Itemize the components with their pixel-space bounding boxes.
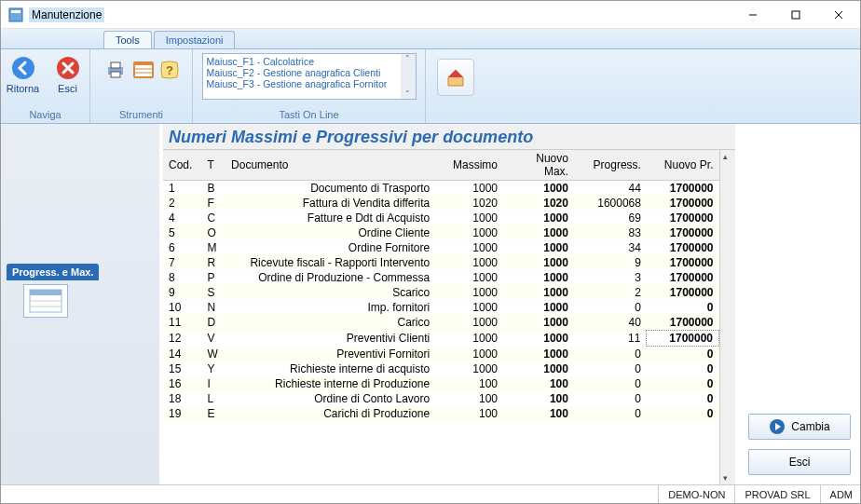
- home-button[interactable]: [437, 59, 474, 96]
- cell-cod: 7: [163, 255, 201, 270]
- col-documento[interactable]: Documento: [226, 150, 439, 181]
- shortcut-list[interactable]: Maiusc_F1 - Calcolatrice Maiusc_F2 - Ges…: [202, 53, 417, 100]
- cell-t: S: [201, 285, 226, 300]
- cell-npr: 1700000: [647, 315, 719, 331]
- cell-prog: 0: [574, 347, 647, 362]
- data-grid[interactable]: Cod. T Documento Massimo Nuovo Max. Prog…: [163, 150, 719, 484]
- table-row[interactable]: 9SScarico1000100021700000: [163, 285, 719, 300]
- cell-npr: 1700000: [647, 211, 719, 225]
- cell-t: L: [201, 391, 226, 406]
- cell-doc: Imp. fornitori: [226, 300, 439, 315]
- cell-max: 1000: [439, 270, 503, 285]
- table-row[interactable]: 16IRichieste interne di Produzione100100…: [163, 376, 719, 391]
- cell-max: 1000: [439, 225, 503, 240]
- cell-cod: 10: [163, 300, 201, 315]
- printer-icon[interactable]: [104, 59, 127, 84]
- cell-prog: 0: [574, 391, 647, 406]
- close-circle-icon: [55, 55, 81, 81]
- cell-max: 1000: [439, 361, 503, 376]
- col-cod[interactable]: Cod.: [163, 150, 201, 181]
- cambia-button[interactable]: Cambia: [748, 414, 851, 440]
- svg-rect-12: [135, 65, 152, 76]
- cell-nmax: 1000: [503, 181, 574, 197]
- table-row[interactable]: 18LOrdine di Conto Lavoro10010000: [163, 391, 719, 406]
- cell-cod: 18: [163, 391, 201, 406]
- cell-t: E: [201, 406, 226, 421]
- table-row[interactable]: 2FFattura di Vendita differita1020102016…: [163, 196, 719, 211]
- help-icon[interactable]: ?: [160, 61, 179, 82]
- table-row[interactable]: 14WPreventivi Fornitori1000100000: [163, 347, 719, 362]
- group-naviga-label: Naviga: [29, 109, 61, 121]
- ribbon-group-tasti: Maiusc_F1 - Calcolatrice Maiusc_F2 - Ges…: [193, 49, 426, 123]
- svg-point-6: [12, 57, 34, 79]
- cell-max: 1000: [439, 347, 503, 362]
- calendar-icon[interactable]: [132, 61, 155, 82]
- cell-npr: 1700000: [647, 331, 719, 347]
- grid-scrollbar[interactable]: [719, 150, 735, 484]
- maximize-button[interactable]: [774, 1, 817, 29]
- cell-prog: 34: [574, 240, 647, 255]
- shortcut-line-3: Maiusc_F3 - Gestione anagrafica Fornitor: [207, 78, 412, 89]
- table-row[interactable]: 10NImp. fornitori1000100000: [163, 300, 719, 315]
- cell-nmax: 1000: [503, 211, 574, 225]
- cell-t: W: [201, 347, 226, 362]
- tab-impostazioni[interactable]: Impostazioni: [154, 31, 236, 48]
- table-row[interactable]: 11DCarico10001000401700000: [163, 315, 719, 331]
- cell-doc: Ordine Fornitore: [226, 240, 439, 255]
- col-nuovopr[interactable]: Nuovo Pr.: [647, 150, 719, 181]
- cell-cod: 2: [163, 196, 201, 211]
- cell-doc: Richieste interne di acquisto: [226, 361, 439, 376]
- cell-cod: 12: [163, 331, 201, 347]
- ribbon-group-home: [426, 49, 480, 123]
- cell-doc: Carichi di Produzione: [226, 406, 439, 421]
- cell-t: F: [201, 196, 226, 211]
- status-bar: DEMO-NON PROVAD SRL ADM: [1, 484, 860, 503]
- table-row[interactable]: 1BDocumento di Trasporto1000100044170000…: [163, 181, 719, 197]
- svg-rect-10: [111, 72, 120, 77]
- minimize-button[interactable]: [731, 1, 774, 29]
- table-row[interactable]: 19ECarichi di Produzione10010000: [163, 406, 719, 421]
- cell-max: 1000: [439, 181, 503, 197]
- cell-cod: 11: [163, 315, 201, 331]
- table-row[interactable]: 12VPreventivi Clienti10001000111700000: [163, 331, 719, 347]
- cell-t: P: [201, 270, 226, 285]
- cell-t: M: [201, 240, 226, 255]
- table-row[interactable]: 7RRicevute fiscali - Rapporti Intervento…: [163, 255, 719, 270]
- table-row[interactable]: 5OOrdine Cliente10001000831700000: [163, 225, 719, 240]
- close-button[interactable]: [817, 1, 860, 29]
- ritorna-button[interactable]: Ritorna: [4, 53, 43, 94]
- cell-t: R: [201, 255, 226, 270]
- esci-ribbon-button[interactable]: Esci: [48, 53, 88, 94]
- svg-rect-17: [30, 290, 62, 295]
- cell-max: 1000: [439, 315, 503, 331]
- cell-npr: 0: [647, 361, 719, 376]
- cell-nmax: 1000: [503, 347, 574, 362]
- grid-wrap: Cod. T Documento Massimo Nuovo Max. Prog…: [163, 149, 735, 484]
- table-row[interactable]: 8POrdine di Produzione - Commessa1000100…: [163, 270, 719, 285]
- col-progress[interactable]: Progress.: [574, 150, 647, 181]
- cambia-label: Cambia: [791, 420, 829, 433]
- cell-prog: 9: [574, 255, 647, 270]
- sidebar-tab-progress-max[interactable]: Progress. e Max.: [7, 264, 99, 280]
- cell-doc: Documento di Trasporto: [226, 181, 439, 197]
- col-massimo[interactable]: Massimo: [439, 150, 503, 181]
- cell-npr: 1700000: [647, 270, 719, 285]
- col-t[interactable]: T: [201, 150, 226, 181]
- cell-max: 1000: [439, 240, 503, 255]
- table-thumb-icon: [29, 289, 62, 313]
- shortcut-line-1: Maiusc_F1 - Calcolatrice: [207, 56, 412, 67]
- cell-prog: 2: [574, 285, 647, 300]
- table-row[interactable]: 15YRichieste interne di acquisto10001000…: [163, 361, 719, 376]
- sidebar-thumb[interactable]: [23, 284, 68, 318]
- esci-label: Esci: [789, 456, 811, 469]
- esci-button[interactable]: Esci: [748, 449, 851, 475]
- cell-t: C: [201, 211, 226, 225]
- shortcut-scrollbar[interactable]: ˄˅: [401, 54, 416, 99]
- table-row[interactable]: 6MOrdine Fornitore10001000341700000: [163, 240, 719, 255]
- cell-npr: 0: [647, 300, 719, 315]
- cell-doc: Ricevute fiscali - Rapporti Intervento: [226, 255, 439, 270]
- tab-tools[interactable]: Tools: [103, 31, 152, 48]
- col-nuovomax[interactable]: Nuovo Max.: [503, 150, 574, 181]
- cell-nmax: 1000: [503, 240, 574, 255]
- table-row[interactable]: 4CFatture e Ddt di Acquisto1000100069170…: [163, 211, 719, 225]
